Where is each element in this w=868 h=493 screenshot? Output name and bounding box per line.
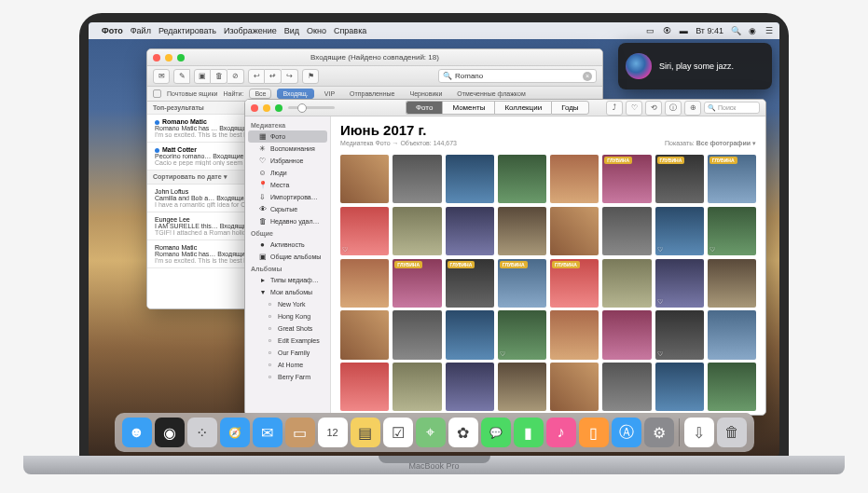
sidebar-item[interactable]: ☺Люди [245, 167, 330, 179]
photo-thumbnail[interactable]: ГЛУБИНА [446, 259, 494, 308]
share-button[interactable]: ⤴ [606, 101, 623, 116]
add-button[interactable]: ⊕ [684, 101, 701, 116]
photo-thumbnail[interactable]: ♡ [655, 310, 704, 359]
sidebar-item[interactable]: 🗑Недавно удал… [245, 215, 330, 227]
dock-trash-icon[interactable]: 🗑 [717, 418, 747, 447]
zoom-slider[interactable] [288, 106, 335, 109]
app-menu[interactable]: Фото [102, 26, 123, 35]
photo-thumbnail[interactable] [393, 155, 441, 203]
menu-edit[interactable]: Редактировать [158, 26, 216, 35]
rotate-button[interactable]: ⟲ [645, 101, 662, 116]
reply-button[interactable]: ↩ [248, 69, 265, 84]
photo-thumbnail[interactable]: ♡ [655, 207, 704, 255]
photo-thumbnail[interactable]: ГЛУБИНА [708, 155, 756, 203]
dock-contacts-icon[interactable]: ▭ [285, 418, 315, 447]
filter-all[interactable]: Все [249, 89, 271, 99]
photo-thumbnail[interactable] [340, 363, 389, 411]
filter-inbox[interactable]: Входящ. [277, 89, 313, 99]
mailboxes-label[interactable]: Почтовые ящики [167, 90, 217, 97]
siri-panel[interactable]: Siri, play some jazz. [618, 43, 772, 89]
spotlight-icon[interactable]: 🔍 [731, 26, 740, 35]
photo-thumbnail[interactable]: ♡ [340, 207, 389, 255]
photo-thumbnail[interactable] [602, 363, 651, 411]
wifi-icon[interactable]: ⦿ [662, 26, 671, 35]
menu-file[interactable]: Файл [131, 26, 151, 35]
zoom-icon[interactable] [275, 104, 282, 112]
sidebar-item[interactable]: ✳Воспоминания [245, 143, 330, 155]
sidebar-album-item[interactable]: ▫Great Shots [245, 322, 330, 335]
junk-button[interactable]: ⊘ [227, 69, 244, 84]
favorite-button[interactable]: ♡ [626, 101, 642, 116]
tab-collections[interactable]: Коллекции [494, 101, 551, 115]
filter-sent[interactable]: Отправленные [345, 89, 399, 98]
filter-drafts[interactable]: Черновики [406, 89, 448, 98]
close-icon[interactable] [251, 104, 258, 112]
dock-reminders-icon[interactable]: ☑ [383, 418, 413, 447]
tab-moments[interactable]: Моменты [442, 101, 494, 115]
menu-image[interactable]: Изображение [224, 26, 277, 35]
info-button[interactable]: ⓘ [665, 101, 682, 116]
sidebar-item[interactable]: ●Активность [245, 239, 330, 251]
dock-calendar-icon[interactable]: 12 [318, 418, 348, 447]
dock-notes-icon[interactable]: ▤ [351, 418, 380, 447]
photo-thumbnail[interactable]: ♡ [498, 310, 546, 359]
menu-window[interactable]: Окно [307, 26, 326, 35]
tab-photos[interactable]: Фото [406, 101, 442, 115]
photo-thumbnail[interactable] [393, 207, 441, 255]
sidebar-item[interactable]: 📍Места [245, 179, 330, 191]
photo-thumbnail[interactable] [550, 207, 599, 255]
archive-button[interactable]: ▣ [194, 69, 211, 84]
photo-thumbnail[interactable] [550, 155, 599, 203]
get-mail-button[interactable]: ✉ [153, 69, 170, 84]
sidebar-item[interactable]: ▣Общие альбомы [245, 251, 330, 263]
close-icon[interactable] [153, 54, 160, 62]
filter-flagged[interactable]: Отмеченные флажком [452, 89, 530, 98]
filter-vip[interactable]: VIP [320, 89, 339, 98]
dock-photos-icon[interactable]: ✿ [448, 418, 478, 447]
dock-siri-icon[interactable]: ◉ [155, 418, 185, 447]
photo-thumbnail[interactable]: ГЛУБИНА [655, 155, 704, 203]
sidebar-album-item[interactable]: ▫Edit Examples [245, 335, 330, 347]
photo-thumbnail[interactable] [340, 310, 389, 359]
dock-mail-icon[interactable]: ✉ [253, 418, 282, 447]
dock-itunes-icon[interactable]: ♪ [546, 418, 576, 447]
dock-facetime-icon[interactable]: ▮ [514, 418, 544, 447]
siri-menubar-icon[interactable]: ◉ [748, 26, 757, 35]
dock-maps-icon[interactable]: ⌖ [416, 418, 446, 447]
photo-thumbnail[interactable]: ГЛУБИНА [498, 259, 546, 308]
sidebar-item[interactable]: ⇩Импортирова… [245, 191, 330, 203]
sidebar-item[interactable]: ♡Избранное [245, 155, 330, 167]
photo-thumbnail[interactable]: ♡ [708, 207, 756, 255]
tab-years[interactable]: Годы [551, 101, 589, 115]
photo-thumbnail[interactable] [498, 207, 546, 255]
dock-safari-icon[interactable]: 🧭 [220, 418, 250, 447]
sidebar-item[interactable]: 👁Скрытые [245, 203, 330, 215]
dock-appstore-icon[interactable]: Ⓐ [612, 418, 641, 447]
zoom-icon[interactable] [177, 54, 185, 62]
photo-thumbnail[interactable] [498, 155, 546, 203]
minimize-icon[interactable] [165, 54, 172, 62]
photo-thumbnail[interactable] [602, 259, 651, 308]
forward-button[interactable]: ↪ [282, 69, 298, 84]
dock-preferences-icon[interactable]: ⚙ [644, 418, 674, 447]
photos-search-input[interactable]: 🔍 Поиск [704, 102, 760, 114]
sidebar-album-item[interactable]: ▫Hong Kong [245, 310, 330, 322]
sidebar-item[interactable]: ▸Типы медиаф… [245, 274, 330, 286]
sidebar-item[interactable]: ▾Мои альбомы [245, 286, 330, 298]
airplay-icon[interactable]: ▭ [645, 26, 654, 35]
battery-icon[interactable]: ▬ [679, 26, 688, 35]
photo-thumbnail[interactable] [340, 155, 389, 203]
photo-grid[interactable]: ГЛУБИНАГЛУБИНАГЛУБИНА♡♡♡ГЛУБИНАГЛУБИНАГЛ… [331, 151, 765, 415]
photo-thumbnail[interactable] [550, 363, 599, 411]
photo-thumbnail[interactable] [708, 259, 756, 308]
photo-thumbnail[interactable]: ГЛУБИНА [393, 259, 441, 308]
menu-help[interactable]: Справка [334, 26, 366, 35]
dock-ibooks-icon[interactable]: ▯ [579, 418, 609, 447]
sidebar-album-item[interactable]: ▫Berry Farm [245, 371, 330, 383]
sidebar-album-item[interactable]: ▫New York [245, 298, 330, 310]
photo-thumbnail[interactable] [340, 259, 389, 308]
photo-thumbnail[interactable] [393, 310, 441, 359]
dock-messages-icon[interactable]: 💬 [481, 418, 511, 447]
photo-thumbnail[interactable] [446, 207, 494, 255]
photo-thumbnail[interactable] [446, 155, 494, 203]
